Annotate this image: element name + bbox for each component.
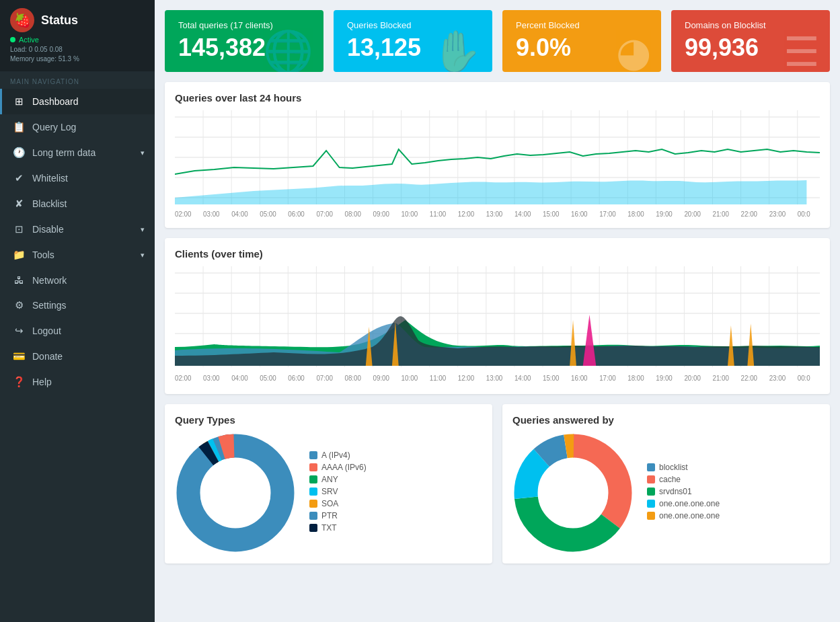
stat-card-domains: Domains on Blocklist 99,936 ☰ <box>671 10 830 72</box>
sidebar-item-label-settings: Settings <box>32 300 67 311</box>
sidebar-item-network[interactable]: 🖧 Network <box>0 268 155 293</box>
sidebar-item-logout[interactable]: ↪ Logout <box>0 318 155 344</box>
svg-text:16:00: 16:00 <box>571 375 588 382</box>
legend-item-ipv6: AAAA (IPv6) <box>309 463 367 472</box>
stat-card-text-blocked: Queries Blocked 13,125 <box>347 20 421 62</box>
sidebar-item-tools[interactable]: 📁 Tools ▾ <box>0 242 155 268</box>
clients-chart-title: Clients (over time) <box>175 248 820 260</box>
main-content: Total queries (17 clients) 145,382 🌐 Que… <box>155 0 840 622</box>
svg-text:02:00: 02:00 <box>175 210 192 218</box>
stat-card-text-total: Total queries (17 clients) 145,382 <box>178 20 273 62</box>
status-active-label: Active <box>19 36 39 44</box>
query-types-title: Query Types <box>175 414 482 426</box>
legend-label-txt: TXT <box>321 523 337 533</box>
legend-item-ptr: PTR <box>309 511 367 520</box>
svg-text:20:00: 20:00 <box>684 210 701 218</box>
logout-icon: ↪ <box>12 325 26 337</box>
legend-box-blocklist <box>647 463 655 471</box>
legend-box-ipv6 <box>309 463 317 471</box>
queries-answered-donut-container: blocklist cache srvdns01 one.one.one.one <box>512 432 820 553</box>
svg-text:03:00: 03:00 <box>203 210 220 218</box>
svg-text:18:00: 18:00 <box>627 210 644 218</box>
query-types-panel: Query Types <box>165 404 492 563</box>
help-icon: ❓ <box>12 376 26 388</box>
legend-box-soa <box>309 500 317 508</box>
svg-point-106 <box>200 458 270 528</box>
svg-text:10:00: 10:00 <box>402 210 418 218</box>
sidebar-item-settings[interactable]: ⚙ Settings <box>0 293 155 318</box>
sidebar-item-help[interactable]: ❓ Help <box>0 369 155 395</box>
memory-info: Memory usage: 51.3 % <box>10 55 145 63</box>
svg-text:12:00: 12:00 <box>458 375 475 382</box>
legend-item-srvdns01: srvdns01 <box>647 487 720 496</box>
query-types-donut <box>175 432 296 553</box>
query-types-donut-container: A (IPv4) AAAA (IPv6) ANY SRV <box>175 432 482 553</box>
long-term-data-icon: 🕐 <box>12 147 26 159</box>
sidebar-item-donate[interactable]: 💳 Donate <box>0 344 155 369</box>
donate-icon: 💳 <box>12 350 26 362</box>
svg-text:22:00: 22:00 <box>741 210 758 218</box>
legend-box-any <box>309 475 317 483</box>
svg-text:08:00: 08:00 <box>344 375 361 382</box>
svg-text:19:00: 19:00 <box>656 210 673 218</box>
legend-label-ipv4: A (IPv4) <box>321 451 350 460</box>
svg-text:07:00: 07:00 <box>316 375 333 382</box>
legend-item-cache: cache <box>647 475 720 484</box>
app-title: Status <box>41 13 78 28</box>
legend-box-txt <box>309 524 317 532</box>
settings-icon: ⚙ <box>12 299 26 311</box>
sidebar-item-query-log[interactable]: 📋 Query Log <box>0 114 155 140</box>
legend-label-one2: one.one.one.one <box>659 511 720 520</box>
svg-text:11:00: 11:00 <box>430 375 447 382</box>
svg-text:16:00: 16:00 <box>571 210 588 218</box>
svg-text:06:00: 06:00 <box>288 375 305 382</box>
legend-label-ptr: PTR <box>321 511 338 520</box>
stat-card-value-blocked: 13,125 <box>347 34 421 62</box>
sidebar-item-long-term-data[interactable]: 🕐 Long term data ▾ <box>0 140 155 165</box>
load-info: Load: 0 0.05 0.08 <box>10 46 145 53</box>
legend-box-ptr <box>309 512 317 520</box>
query-log-icon: 📋 <box>12 121 26 133</box>
sidebar-item-label-whitelist: Whitelist <box>32 173 68 184</box>
pie-icon: ◕ <box>616 28 651 72</box>
queries-answered-donut <box>512 432 634 553</box>
sidebar: 🍓 Status Active Load: 0 0.05 0.08 Memory… <box>0 0 155 622</box>
sidebar-header: 🍓 Status Active Load: 0 0.05 0.08 Memory… <box>0 0 155 71</box>
query-types-legend: A (IPv4) AAAA (IPv6) ANY SRV <box>309 451 367 535</box>
legend-item-any: ANY <box>309 475 367 484</box>
stat-card-label-domains: Domains on Blocklist <box>685 20 766 30</box>
svg-text:08:00: 08:00 <box>344 210 361 218</box>
svg-text:14:00: 14:00 <box>514 375 531 382</box>
legend-label-any: ANY <box>321 475 338 484</box>
svg-text:03:00: 03:00 <box>203 375 220 382</box>
stat-card-label-blocked: Queries Blocked <box>347 20 421 30</box>
legend-label-srvdns01: srvdns01 <box>659 487 692 496</box>
legend-label-one1: one.one.one.one <box>659 499 720 508</box>
sidebar-item-blacklist[interactable]: ✘ Blacklist <box>0 191 155 217</box>
sidebar-item-whitelist[interactable]: ✔ Whitelist <box>0 165 155 191</box>
legend-item-one1: one.one.one.one <box>647 499 720 508</box>
stat-card-value-domains: 99,936 <box>685 34 766 62</box>
nav-section-label: MAIN NAVIGATION <box>0 71 155 89</box>
svg-text:04:00: 04:00 <box>231 210 248 218</box>
legend-box-cache <box>647 475 655 483</box>
sidebar-item-label-help: Help <box>32 377 52 387</box>
stat-card-text-percent: Percent Blocked 9.0% <box>516 20 580 62</box>
svg-text:18:00: 18:00 <box>627 375 644 382</box>
sidebar-item-label-blacklist: Blacklist <box>32 198 67 209</box>
bottom-panels: Query Types <box>165 404 830 563</box>
blacklist-icon: ✘ <box>12 198 26 210</box>
clients-over-time-chart: 02:00 03:00 04:00 05:00 06:00 07:00 08:0… <box>175 266 820 384</box>
sidebar-item-label-disable: Disable <box>32 224 64 235</box>
network-icon: 🖧 <box>12 274 26 286</box>
stat-cards-row: Total queries (17 clients) 145,382 🌐 Que… <box>165 10 830 72</box>
chevron-down-icon: ▾ <box>141 149 145 157</box>
stat-card-total-queries: Total queries (17 clients) 145,382 🌐 <box>165 10 323 72</box>
queries-chart-title: Queries over last 24 hours <box>175 92 820 104</box>
legend-item-soa: SOA <box>309 499 367 508</box>
legend-box-srvdns01 <box>647 488 655 496</box>
sidebar-item-dashboard[interactable]: ⊞ Dashboard <box>0 89 155 114</box>
stat-card-blocked: Queries Blocked 13,125 ✋ <box>334 10 492 72</box>
legend-label-srv: SRV <box>321 487 338 496</box>
sidebar-item-disable[interactable]: ⊡ Disable ▾ <box>0 217 155 242</box>
